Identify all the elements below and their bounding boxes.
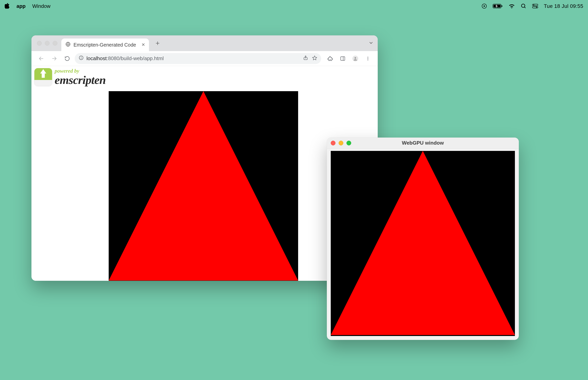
browser-tabstrip: Emscripten-Generated Code ✕ xyxy=(31,35,378,51)
emscripten-name: emscripten xyxy=(55,74,106,86)
svg-marker-21 xyxy=(312,56,317,60)
native-window: WebGPU window xyxy=(327,137,519,340)
traffic-minimize-icon[interactable] xyxy=(339,141,343,145)
side-panel-button[interactable] xyxy=(337,53,348,64)
bookmark-star-icon[interactable] xyxy=(312,55,317,62)
svg-point-6 xyxy=(522,4,525,7)
control-center-icon[interactable] xyxy=(532,3,538,9)
svg-point-9 xyxy=(533,4,534,5)
svg-rect-3 xyxy=(502,5,502,7)
tabs-dropdown-button[interactable] xyxy=(368,40,374,46)
svg-point-11 xyxy=(536,7,537,8)
profile-button[interactable] xyxy=(350,53,361,64)
close-icon[interactable]: ✕ xyxy=(141,42,145,47)
globe-icon xyxy=(65,41,71,48)
svg-point-28 xyxy=(367,59,368,60)
site-info-icon[interactable] xyxy=(79,55,84,62)
webgpu-canvas-browser xyxy=(109,91,298,281)
apple-menu-icon[interactable] xyxy=(5,3,10,9)
red-triangle-icon xyxy=(109,91,298,281)
traffic-zoom-icon[interactable] xyxy=(346,141,351,145)
native-window-title: WebGPU window xyxy=(327,140,519,146)
extensions-button[interactable] xyxy=(325,53,336,64)
spotlight-icon[interactable] xyxy=(521,3,527,9)
browser-traffic-lights[interactable] xyxy=(37,41,57,46)
svg-rect-8 xyxy=(532,4,538,6)
browser-tab[interactable]: Emscripten-Generated Code ✕ xyxy=(61,38,149,51)
emscripten-logo-icon xyxy=(34,68,52,86)
reload-button[interactable] xyxy=(62,53,73,64)
red-triangle-icon xyxy=(331,151,515,335)
menubar-clock[interactable]: Tue 18 Jul 09:55 xyxy=(544,3,583,9)
svg-marker-31 xyxy=(331,151,515,335)
svg-line-7 xyxy=(525,7,526,8)
svg-marker-29 xyxy=(40,69,46,78)
url-host: localhost xyxy=(86,56,107,61)
svg-rect-10 xyxy=(532,6,538,8)
menubar-app-name[interactable]: app xyxy=(17,3,26,9)
new-tab-button[interactable] xyxy=(153,38,162,48)
battery-icon[interactable] xyxy=(493,3,503,9)
svg-rect-22 xyxy=(341,57,345,60)
address-text: localhost:8080/build-web/app.html xyxy=(86,56,300,61)
svg-point-27 xyxy=(367,58,368,59)
browser-viewport: powered by emscripten xyxy=(31,66,378,281)
forward-button[interactable] xyxy=(49,53,60,64)
traffic-zoom-icon[interactable] xyxy=(53,41,57,46)
traffic-close-icon[interactable] xyxy=(331,141,336,145)
svg-point-19 xyxy=(81,57,82,57)
chrome-menu-button[interactable] xyxy=(362,53,373,64)
svg-marker-30 xyxy=(109,91,298,281)
url-path: :8080/build-web/app.html xyxy=(107,56,164,61)
traffic-minimize-icon[interactable] xyxy=(45,41,50,46)
back-button[interactable] xyxy=(36,53,47,64)
webgpu-canvas-native xyxy=(331,151,515,336)
svg-marker-1 xyxy=(484,5,485,7)
powered-by-label: powered by xyxy=(55,68,106,74)
wifi-icon[interactable] xyxy=(508,3,515,9)
native-titlebar[interactable]: WebGPU window xyxy=(327,137,519,149)
traffic-close-icon[interactable] xyxy=(37,41,42,46)
browser-window: Emscripten-Generated Code ✕ localhost:80… xyxy=(31,35,378,281)
menubar-menu-window[interactable]: Window xyxy=(32,3,50,9)
browser-toolbar: localhost:8080/build-web/app.html xyxy=(31,51,378,66)
native-traffic-lights[interactable] xyxy=(331,141,351,145)
svg-point-26 xyxy=(367,57,368,57)
browser-tab-title: Emscripten-Generated Code xyxy=(74,42,136,48)
share-icon[interactable] xyxy=(303,55,308,62)
screen-record-icon[interactable] xyxy=(481,3,487,9)
native-content xyxy=(331,151,515,336)
svg-point-25 xyxy=(355,57,356,58)
emscripten-banner: powered by emscripten xyxy=(34,68,106,86)
address-bar[interactable]: localhost:8080/build-web/app.html xyxy=(75,53,321,64)
macos-menubar: app Window Tue 18 Jul 09:55 xyxy=(0,0,588,12)
